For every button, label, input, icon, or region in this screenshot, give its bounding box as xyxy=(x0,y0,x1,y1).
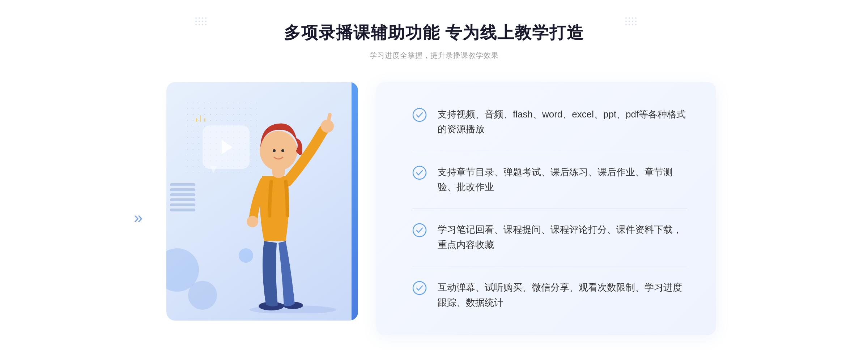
main-title: 多项录播课辅助功能 专为线上教学打造 xyxy=(284,22,584,44)
grid-dots-left xyxy=(195,17,207,25)
ray-3 xyxy=(204,118,205,122)
feature-item-2: 支持章节目录、弹题考试、课后练习、课后作业、章节测验、批改作业 xyxy=(412,165,687,195)
play-triangle xyxy=(222,140,233,154)
ray-2 xyxy=(200,115,201,122)
svg-point-12 xyxy=(413,282,426,295)
page-header: 多项录播课辅助功能 专为线上教学打造 学习进度全掌握，提升录播课教学效果 xyxy=(284,22,584,60)
svg-point-11 xyxy=(413,224,426,237)
deco-circle-2 xyxy=(188,281,217,310)
light-rays xyxy=(195,115,206,124)
check-icon-3 xyxy=(412,223,427,237)
feature-item-3: 学习笔记回看、课程提问、课程评论打分、课件资料下载，重点内容收藏 xyxy=(412,222,687,252)
check-icon-4 xyxy=(412,281,427,295)
ray-1 xyxy=(196,118,197,122)
feature-text-3: 学习笔记回看、课程提问、课程评论打分、课件资料下载，重点内容收藏 xyxy=(438,222,687,252)
feature-text-4: 互动弹幕、试听购买、微信分享、观看次数限制、学习进度跟踪、数据统计 xyxy=(438,280,687,310)
features-panel: 支持视频、音频、flash、word、excel、ppt、pdf等各种格式的资源… xyxy=(376,82,716,335)
divider-2 xyxy=(412,209,687,209)
stripes-decoration xyxy=(170,183,195,216)
person-illustration xyxy=(235,104,351,313)
feature-item-1: 支持视频、音频、flash、word、excel、ppt、pdf等各种格式的资源… xyxy=(412,107,687,137)
blue-bar xyxy=(352,82,358,321)
illustration-bg-card xyxy=(166,82,358,321)
page-container: 多项录播课辅助功能 专为线上教学打造 学习进度全掌握，提升录播课教学效果 xyxy=(0,0,868,352)
stripe-2 xyxy=(170,188,195,191)
check-icon-2 xyxy=(412,166,427,180)
stripe-6 xyxy=(170,209,195,211)
sub-title: 学习进度全掌握，提升录播课教学效果 xyxy=(284,51,584,60)
svg-point-4 xyxy=(247,216,258,227)
stripe-5 xyxy=(170,203,195,206)
svg-point-10 xyxy=(413,166,426,179)
svg-point-6 xyxy=(260,131,297,171)
feature-text-2: 支持章节目录、弹题考试、课后练习、课后作业、章节测验、批改作业 xyxy=(438,165,687,195)
illustration-area: » xyxy=(152,82,376,342)
feature-item-4: 互动弹幕、试听购买、微信分享、观看次数限制、学习进度跟踪、数据统计 xyxy=(412,280,687,310)
divider-1 xyxy=(412,151,687,151)
chevron-left-icon: » xyxy=(134,209,142,227)
grid-dots-right xyxy=(625,17,637,25)
svg-point-7 xyxy=(273,149,276,152)
stripe-1 xyxy=(170,183,195,186)
divider-3 xyxy=(412,266,687,266)
svg-point-9 xyxy=(413,108,426,121)
check-icon-1 xyxy=(412,108,427,122)
content-area: » 支持视频、音频、flash、word、excel、ppt、pdf等各种格式的… xyxy=(152,82,716,342)
stripe-3 xyxy=(170,193,195,196)
stripe-4 xyxy=(170,198,195,201)
svg-point-8 xyxy=(281,149,284,152)
feature-text-1: 支持视频、音频、flash、word、excel、ppt、pdf等各种格式的资源… xyxy=(438,107,687,137)
